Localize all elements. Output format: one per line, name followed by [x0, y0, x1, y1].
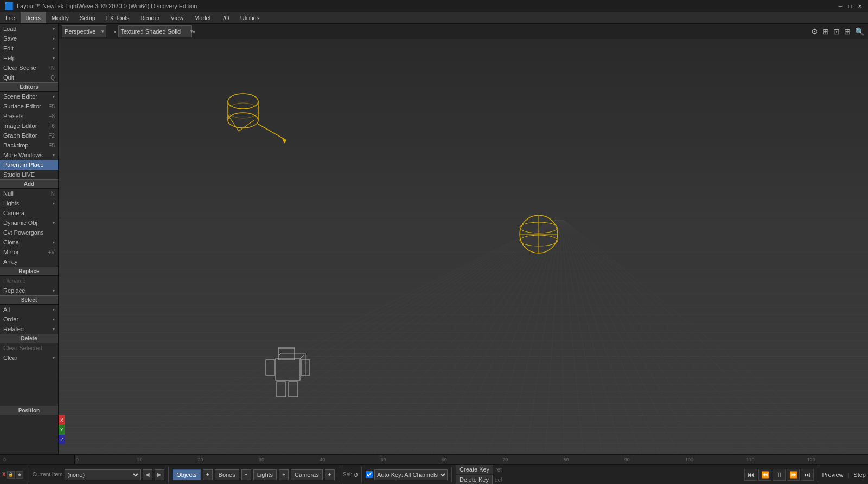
render-icon[interactable]: ⊡: [832, 26, 841, 37]
sidebar-item-camera[interactable]: Camera: [0, 208, 58, 218]
scene-editor-arrow: ▾: [53, 94, 55, 99]
sidebar-item-cvt-powergons[interactable]: Cvt Powergons: [0, 228, 58, 237]
menu-file[interactable]: File: [0, 12, 21, 23]
sidebar-item-presets[interactable]: Presets F8: [0, 111, 58, 121]
axis-y-indicator[interactable]: Y: [59, 425, 65, 435]
menu-io[interactable]: I/O: [216, 12, 235, 23]
sidebar-item-order[interactable]: Order ▾: [0, 314, 58, 324]
menu-setup[interactable]: Setup: [74, 12, 101, 23]
shading-select[interactable]: Textured Shaded Solid Shaded Solid Wiref…: [118, 25, 192, 37]
goto-end-btn[interactable]: ⏭: [801, 469, 814, 481]
surface-editor-shortcut: F5: [48, 104, 55, 109]
sidebar-item-clear-selected[interactable]: Clear Selected: [0, 343, 58, 353]
pause-btn[interactable]: ⏸: [773, 469, 786, 481]
sidebar-item-quit[interactable]: Quit +Q: [0, 73, 58, 82]
presets-label: Presets: [3, 113, 23, 119]
view-select-wrap[interactable]: Perspective Top Front Side: [62, 25, 106, 37]
bones-plus-btn[interactable]: +: [241, 469, 251, 480]
fit-icon[interactable]: ⊞: [843, 26, 852, 37]
view-select[interactable]: Perspective Top Front Side: [62, 25, 106, 37]
minimize-button[interactable]: ─: [837, 2, 844, 10]
sidebar-item-graph-editor[interactable]: Graph Editor F2: [0, 131, 58, 140]
axis-z-indicator[interactable]: Z: [59, 435, 65, 444]
ruler-tick: 50: [381, 457, 386, 462]
x-key-btn[interactable]: ◆: [16, 471, 23, 479]
delete-key-btn[interactable]: Delete Key: [456, 475, 493, 484]
sidebar-item-replace[interactable]: Replace ▾: [0, 286, 58, 295]
prev-frame-btn[interactable]: ⏪: [758, 469, 771, 481]
auto-key-select[interactable]: Auto Key: All Channels: [374, 469, 448, 480]
app-title: Layout™ NewTek LightWave 3D® 2020.0 (Win…: [17, 3, 197, 9]
menu-fxtools[interactable]: FX Tools: [101, 12, 135, 23]
close-button[interactable]: ✕: [856, 2, 864, 10]
menubar: File Items Modify Setup FX Tools Render …: [0, 12, 868, 24]
sidebar-item-lights[interactable]: Lights ▾: [0, 198, 58, 208]
sidebar-replace-filename: Filename: [0, 276, 58, 286]
current-item-prev[interactable]: ◀: [143, 469, 152, 480]
menu-render[interactable]: Render: [135, 12, 165, 23]
maximize-button[interactable]: □: [846, 2, 854, 10]
lights-btn[interactable]: Lights: [253, 469, 277, 480]
objects-btn[interactable]: Objects: [173, 469, 200, 480]
sidebar-item-mirror[interactable]: Mirror +V: [0, 247, 58, 257]
mirror-label: Mirror: [3, 249, 19, 255]
lights-plus-btn[interactable]: +: [279, 469, 289, 480]
sidebar-item-dynamic-obj[interactable]: Dynamic Obj ▾: [0, 218, 58, 228]
menu-utilities[interactable]: Utilities: [235, 12, 265, 23]
axis-indicators: X Y Z: [59, 415, 65, 444]
sidebar-item-edit[interactable]: Edit ▾: [0, 43, 58, 53]
menu-modify[interactable]: Modify: [46, 12, 74, 23]
sidebar-item-clear-scene[interactable]: Clear Scene +N: [0, 63, 58, 73]
sidebar-item-load[interactable]: Load ▾: [0, 24, 58, 34]
menu-view[interactable]: View: [165, 12, 189, 23]
sidebar-item-clone[interactable]: Clone ▾: [0, 237, 58, 247]
save-label: Save: [3, 35, 17, 42]
auto-key-checkbox[interactable]: [366, 471, 373, 478]
current-item-next[interactable]: ▶: [155, 469, 164, 480]
play-btn[interactable]: ⏩: [787, 469, 800, 481]
settings-icon[interactable]: ⚙: [809, 26, 820, 37]
objects-plus-btn[interactable]: +: [203, 469, 213, 480]
select-header: Select: [0, 295, 58, 305]
shading-select-wrap[interactable]: ▪ Textured Shaded Solid Shaded Solid Wir…: [114, 25, 195, 37]
current-item-select[interactable]: (none): [65, 469, 141, 480]
clear-scene-shortcut: +N: [48, 65, 55, 71]
menu-model[interactable]: Model: [189, 12, 216, 23]
x-lock-btn[interactable]: 🔒: [7, 471, 15, 479]
create-key-btn[interactable]: Create Key: [456, 464, 493, 474]
x-label: X: [2, 472, 6, 477]
sidebar-item-parent-in-place[interactable]: Parent in Place: [0, 160, 58, 170]
bones-btn[interactable]: Bones: [215, 469, 239, 480]
axis-x-indicator[interactable]: X: [59, 415, 65, 425]
sidebar-item-studio-live[interactable]: Studio LIVE: [0, 170, 58, 179]
clear-scene-label: Clear Scene: [3, 64, 36, 71]
cameras-btn[interactable]: Cameras: [291, 469, 323, 480]
sidebar-item-scene-editor[interactable]: Scene Editor ▾: [0, 92, 58, 101]
sidebar-item-related[interactable]: Related ▾: [0, 324, 58, 334]
preview-label[interactable]: Preview: [822, 472, 843, 478]
sidebar-item-clear[interactable]: Clear ▾: [0, 353, 58, 363]
sidebar-item-help[interactable]: Help ▾: [0, 53, 58, 63]
ruler-tick: 0: [76, 457, 79, 462]
menu-items[interactable]: Items: [21, 12, 46, 23]
viewport-right-icons[interactable]: ⚙ ⊞ ⊡ ⊞ 🔍: [809, 24, 868, 39]
related-arrow: ▾: [53, 327, 55, 332]
sidebar-item-save[interactable]: Save ▾: [0, 34, 58, 43]
sidebar-item-surface-editor[interactable]: Surface Editor F5: [0, 101, 58, 111]
sidebar-item-all[interactable]: All ▾: [0, 305, 58, 314]
image-editor-label: Image Editor: [3, 122, 37, 129]
sidebar-item-more-windows[interactable]: More Windows ▾: [0, 150, 58, 160]
cameras-plus-btn[interactable]: +: [325, 469, 335, 480]
viewport[interactable]: Perspective Top Front Side ▪ Textured Sh…: [59, 24, 868, 454]
shading-icon: ▪: [114, 29, 116, 35]
sidebar-item-image-editor[interactable]: Image Editor F6: [0, 121, 58, 131]
goto-start-btn[interactable]: ⏮: [744, 469, 757, 481]
step-label[interactable]: Step: [853, 472, 866, 478]
auto-key-group[interactable]: Auto Key: All Channels: [366, 469, 448, 480]
search-icon[interactable]: 🔍: [853, 26, 866, 37]
sidebar-item-backdrop[interactable]: Backdrop F5: [0, 140, 58, 150]
grid-icon[interactable]: ⊞: [821, 26, 831, 37]
sidebar-item-null[interactable]: Null N: [0, 189, 58, 198]
titlebar-controls[interactable]: ─ □ ✕: [837, 2, 864, 10]
sidebar-item-array[interactable]: Array: [0, 257, 58, 267]
